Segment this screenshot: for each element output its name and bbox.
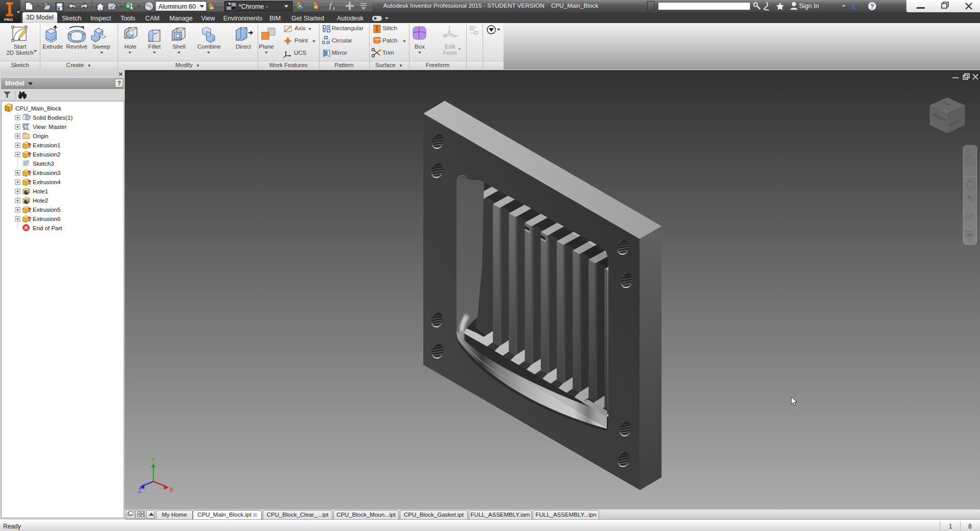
- svg-text:X: X: [851, 2, 857, 11]
- svg-text:X: X: [169, 486, 173, 494]
- svg-text:*Chrome -: *Chrome -: [239, 3, 268, 10]
- svg-text:Y: Y: [151, 456, 155, 463]
- svg-text:PRO: PRO: [4, 17, 13, 22]
- svg-text:?: ?: [870, 3, 874, 10]
- svg-text:Aluminum 60: Aluminum 60: [158, 3, 196, 10]
- svg-text:Sign In: Sign In: [799, 3, 819, 10]
- svg-text:Z: Z: [138, 487, 142, 494]
